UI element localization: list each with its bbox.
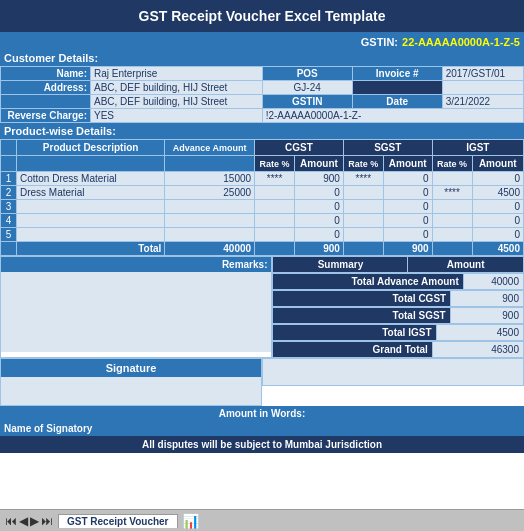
sgst-rate-header: Rate % (343, 156, 383, 172)
product-header-row: Product Description Advance Amount CGST … (1, 140, 524, 156)
gstin2-value: !2-AAAAA0000A-1-Z- (262, 109, 523, 123)
summary-table-area: Summary Amount Total Advance Amount 4000… (272, 256, 524, 358)
total-advance: 40000 (165, 242, 255, 256)
reverse-charge-value: YES (91, 109, 263, 123)
summary-row-label: Total SGST (273, 308, 450, 324)
sr-cell: 1 (1, 172, 17, 186)
excel-window: GST Receipt Voucher Excel Template GSTIN… (0, 0, 524, 531)
date-label: Date (352, 95, 442, 109)
summary-row-value: 46300 (432, 342, 523, 358)
sgst-header: SGST (343, 140, 432, 156)
pos-value: GJ-24 (262, 81, 352, 95)
summary-header-amount: Amount (408, 257, 524, 273)
product-name-cell: Cotton Dress Material (16, 172, 164, 186)
remarks-body[interactable] (1, 272, 271, 352)
remarks-label: Remarks: (1, 257, 271, 272)
cgst-rate-header: Rate % (255, 156, 295, 172)
summary-row-value: 40000 (463, 274, 523, 290)
address2-value: ABC, DEF building, HIJ Street (91, 95, 263, 109)
sheet-area: GST Receipt Voucher Excel Template GSTIN… (0, 0, 524, 509)
sgst-rate-cell (343, 200, 383, 214)
tab-prev-icon[interactable]: ◀ (19, 514, 28, 528)
table-row: 1 Cotton Dress Material 15000 **** 900 *… (1, 172, 524, 186)
summary-row-label: Grand Total (273, 342, 432, 358)
customer-address1-row: Address: ABC, DEF building, HIJ Street G… (1, 81, 524, 95)
cgst-rate-cell (255, 186, 295, 200)
advance-cell (165, 228, 255, 242)
table-row: 2 Dress Material 25000 0 0 **** 4500 (1, 186, 524, 200)
sr-cell: 5 (1, 228, 17, 242)
sr-cell: 2 (1, 186, 17, 200)
tab-last-icon[interactable]: ⏭ (41, 514, 53, 528)
igst-header: IGST (432, 140, 523, 156)
summary-header-label: Summary (273, 257, 408, 273)
invoice-label: Invoice # (352, 67, 442, 81)
sr-cell: 4 (1, 214, 17, 228)
cgst-rate-cell (255, 200, 295, 214)
tab-next-icon[interactable]: ▶ (30, 514, 39, 528)
tab-navigation[interactable]: ⏮ ◀ ▶ ⏭ (4, 514, 54, 528)
total-cgst-amount: 900 (295, 242, 344, 256)
igst-amount-cell: 4500 (472, 186, 523, 200)
advance-cell (165, 200, 255, 214)
cgst-amount-header: Amount (295, 156, 344, 172)
igst-amount-cell: 0 (472, 228, 523, 242)
sgst-rate-cell (343, 228, 383, 242)
sign-section: Signature (0, 358, 524, 406)
product-name-cell: Dress Material (16, 186, 164, 200)
summary-data-row: Total IGST 4500 (273, 325, 524, 341)
igst-rate-cell (432, 214, 472, 228)
cgst-header: CGST (255, 140, 344, 156)
sgst-amount-cell: 0 (383, 200, 432, 214)
cgst-rate-cell (255, 228, 295, 242)
product-name-cell (16, 228, 164, 242)
address1-value: ABC, DEF building, HIJ Street (91, 81, 263, 95)
product-sub (16, 156, 164, 172)
summary-rows: Total Advance Amount 40000 Total CGST 90… (272, 273, 524, 358)
igst-amount-cell: 0 (472, 172, 523, 186)
igst-rate-cell: **** (432, 186, 472, 200)
advance-cell: 25000 (165, 186, 255, 200)
summary-data-row: Total SGST 900 (273, 308, 524, 324)
address2-label (1, 95, 91, 109)
name-value: Raj Enterprise (91, 67, 263, 81)
igst-rate-cell (432, 172, 472, 186)
customer-name-row: Name: Raj Enterprise POS Invoice # 2017/… (1, 67, 524, 81)
remarks-area: Remarks: (0, 256, 272, 358)
pos-label: POS (262, 67, 352, 81)
summary-data-row: Grand Total 46300 (273, 342, 524, 358)
signature-body (1, 377, 261, 405)
tab-first-icon[interactable]: ⏮ (5, 514, 17, 528)
sgst-rate-cell (343, 214, 383, 228)
amount-words-body (262, 358, 524, 386)
igst-amount-cell: 0 (472, 214, 523, 228)
gstin-label: GSTIN: (361, 36, 398, 48)
cgst-rate-cell (255, 214, 295, 228)
signatory-row: Name of Signatory (0, 421, 524, 436)
active-tab[interactable]: GST Receipt Voucher (58, 514, 178, 528)
product-sub-header-row: Rate % Amount Rate % Amount Rate % Amoun… (1, 156, 524, 172)
product-desc-header: Product Description (16, 140, 164, 156)
cgst-rate-cell: **** (255, 172, 295, 186)
sr-header (1, 140, 17, 156)
cgst-amount-cell: 0 (295, 200, 344, 214)
invoice-year-value (442, 81, 523, 95)
cgst-amount-cell: 900 (295, 172, 344, 186)
customer-table: Name: Raj Enterprise POS Invoice # 2017/… (0, 66, 524, 123)
customer-section-header: Customer Details: (0, 50, 524, 66)
total-cgst-rate (255, 242, 295, 256)
dispute-row: All disputes will be subject to Mumbai J… (0, 436, 524, 453)
advance-sub (165, 156, 255, 172)
igst-rate-cell (432, 228, 472, 242)
summary-row-value: 900 (451, 291, 524, 307)
total-igst-rate (432, 242, 472, 256)
cgst-amount-cell: 0 (295, 214, 344, 228)
name-label: Name: (1, 67, 91, 81)
igst-amount-header: Amount (472, 156, 523, 172)
total-sgst-rate (343, 242, 383, 256)
reverse-charge-label: Reverse Charge: (1, 109, 91, 123)
sr-cell: 3 (1, 200, 17, 214)
product-section-header: Product-wise Details: (0, 123, 524, 139)
products-table: Product Description Advance Amount CGST … (0, 139, 524, 256)
sr-sub (1, 156, 17, 172)
